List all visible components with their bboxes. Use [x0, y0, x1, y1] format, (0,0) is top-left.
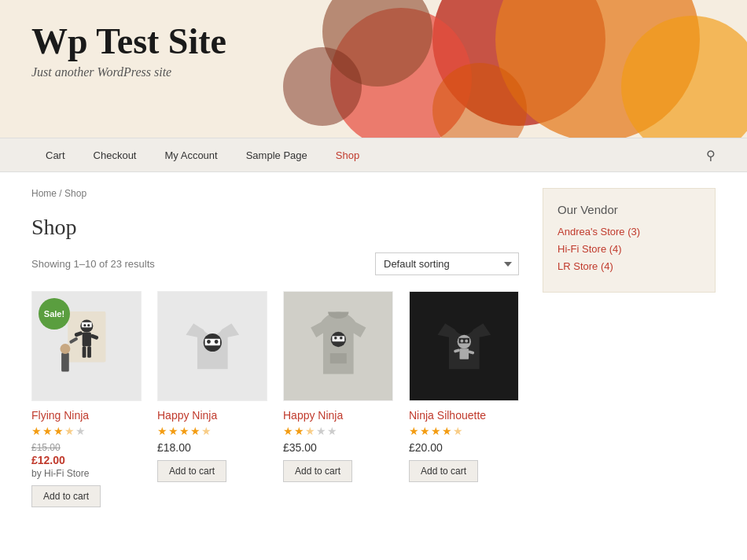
star-1-3: ★: [53, 425, 64, 438]
svg-point-11: [60, 344, 70, 354]
star-3-5: ★: [327, 425, 337, 438]
vendor-widget: Our Vendor Andrea's Store (3) Hi-Fi Stor…: [543, 188, 716, 293]
star-4-4: ★: [442, 425, 452, 438]
product-vendor-1: by Hi-Fi Store: [31, 468, 142, 479]
nav-link-shop[interactable]: Shop: [322, 140, 374, 171]
star-4-1: ★: [409, 425, 419, 438]
vendor-widget-title: Our Vendor: [557, 203, 701, 216]
nav-item-myaccount[interactable]: My Account: [150, 140, 231, 171]
product-card-3: Happy Ninja ★ ★ ★ ★ ★ £35.00 Add to cart: [283, 291, 393, 507]
svg-point-24: [465, 339, 468, 342]
svg-rect-18: [332, 336, 344, 341]
search-icon[interactable]: ⚲: [706, 148, 716, 163]
star-4-2: ★: [420, 425, 430, 438]
product-image-2[interactable]: [157, 291, 267, 401]
svg-rect-9: [87, 346, 91, 357]
vendor-list-item-3[interactable]: LR Store (4): [557, 260, 701, 273]
star-3-3: ★: [305, 425, 315, 438]
star-2-3: ★: [179, 425, 190, 438]
nav-item-shop[interactable]: Shop: [322, 140, 374, 171]
star-4-5: ★: [453, 425, 463, 438]
product-price-current-1: £12.00: [31, 454, 142, 466]
nav-links: Cart Checkout My Account Sample Page Sho…: [31, 140, 374, 171]
breadcrumb-current: Shop: [64, 188, 86, 199]
results-count: Showing 1–10 of 23 results: [31, 258, 155, 270]
nav-link-samplepage[interactable]: Sample Page: [232, 140, 322, 171]
shop-page-title: Shop: [31, 215, 519, 240]
nav-item-samplepage[interactable]: Sample Page: [232, 140, 322, 171]
nav-link-checkout[interactable]: Checkout: [79, 140, 151, 171]
star-4-3: ★: [431, 425, 441, 438]
breadcrumb-home[interactable]: Home: [31, 188, 57, 199]
svg-point-23: [460, 339, 463, 342]
star-3-1: ★: [283, 425, 293, 438]
svg-rect-8: [82, 346, 86, 357]
star-2-5: ★: [201, 425, 212, 438]
add-to-cart-btn-4[interactable]: Add to cart: [409, 460, 478, 482]
svg-rect-5: [82, 332, 90, 346]
star-3-4: ★: [316, 425, 326, 438]
product-card-1: Sale!: [31, 291, 142, 507]
add-to-cart-btn-2[interactable]: Add to cart: [157, 460, 226, 482]
nav-item-cart[interactable]: Cart: [31, 140, 79, 171]
vendor-link-2[interactable]: Hi-Fi Store (4): [557, 243, 622, 255]
vendor-link-1[interactable]: Andrea's Store (3): [557, 226, 640, 238]
sort-select[interactable]: Default sorting Sort by popularity Sort …: [375, 252, 519, 275]
product-price-2: £18.00: [157, 441, 267, 454]
add-to-cart-btn-1[interactable]: Add to cart: [31, 485, 101, 507]
shop-toolbar: Showing 1–10 of 23 results Default sorti…: [31, 252, 519, 275]
product-stars-2: ★ ★ ★ ★ ★: [157, 425, 267, 438]
star-2-1: ★: [157, 425, 167, 438]
nav-item-checkout[interactable]: Checkout: [79, 140, 151, 171]
product-price-original-1: £15.00: [31, 441, 142, 454]
product-image-3[interactable]: [283, 291, 393, 401]
content-area: Home / Shop Shop Showing 1–10 of 23 resu…: [31, 188, 519, 526]
product-title-2[interactable]: Happy Ninja: [157, 409, 267, 422]
product-price-3: £35.00: [283, 441, 393, 454]
products-grid: Sale!: [31, 291, 519, 507]
sidebar: Our Vendor Andrea's Store (3) Hi-Fi Stor…: [543, 188, 716, 526]
svg-rect-2: [82, 322, 92, 326]
star-1-4: ★: [64, 425, 75, 438]
product-title-4[interactable]: Ninja Silhouette: [409, 409, 519, 422]
breadcrumb: Home / Shop: [31, 188, 519, 199]
product-card-2: Happy Ninja ★ ★ ★ ★ ★ £18.00 Add to cart: [157, 291, 267, 507]
product-stars-3: ★ ★ ★ ★ ★: [283, 425, 393, 438]
star-3-2: ★: [294, 425, 304, 438]
star-1-1: ★: [31, 425, 42, 438]
main-container: Home / Shop Shop Showing 1–10 of 23 resu…: [0, 172, 747, 542]
svg-rect-25: [459, 348, 469, 359]
sale-badge-1: Sale!: [39, 298, 70, 330]
nav-link-cart[interactable]: Cart: [31, 140, 79, 171]
svg-point-4: [87, 324, 90, 326]
vendor-link-3[interactable]: LR Store (4): [557, 260, 613, 272]
vendor-list-item-1[interactable]: Andrea's Store (3): [557, 226, 701, 238]
product-image-svg-3: [300, 308, 377, 385]
product-title-3[interactable]: Happy Ninja: [283, 409, 393, 422]
add-to-cart-btn-3[interactable]: Add to cart: [283, 460, 352, 482]
site-title: Wp Test Site: [31, 22, 747, 62]
vendor-list: Andrea's Store (3) Hi-Fi Store (4) LR St…: [557, 226, 701, 273]
site-tagline: Just another WordPress site: [31, 65, 747, 79]
svg-point-19: [334, 337, 337, 340]
svg-point-16: [214, 340, 218, 344]
nav-link-myaccount[interactable]: My Account: [150, 140, 231, 171]
svg-point-20: [340, 337, 343, 340]
product-stars-4: ★ ★ ★ ★ ★: [409, 425, 519, 438]
product-image-1[interactable]: Sale!: [31, 291, 142, 401]
star-1-2: ★: [42, 425, 53, 438]
product-stars-1: ★ ★ ★ ★ ★: [31, 425, 142, 438]
product-image-4[interactable]: [409, 291, 519, 401]
svg-rect-10: [61, 352, 69, 371]
product-image-svg-2: [175, 308, 251, 385]
svg-point-15: [207, 340, 211, 344]
product-card-4: Ninja Silhouette ★ ★ ★ ★ ★ £20.00 Add to…: [409, 291, 519, 507]
product-title-1[interactable]: Flying Ninja: [31, 409, 142, 422]
vendor-list-item-2[interactable]: Hi-Fi Store (4): [557, 243, 701, 256]
site-header: Wp Test Site Just another WordPress site: [0, 0, 747, 138]
star-2-2: ★: [168, 425, 178, 438]
star-2-4: ★: [190, 425, 201, 438]
product-image-svg-4: [426, 308, 502, 385]
star-1-5: ★: [75, 425, 86, 438]
svg-point-3: [83, 324, 86, 326]
